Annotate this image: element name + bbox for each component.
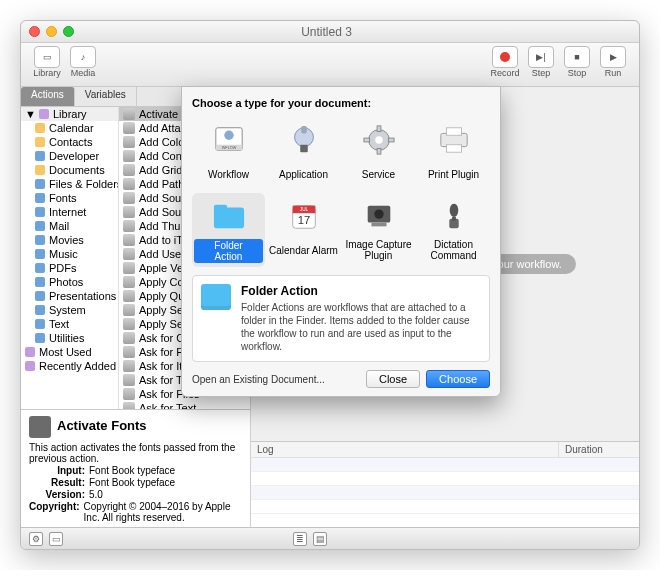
image-capture-plugin-icon [357, 197, 401, 235]
service-icon [357, 121, 401, 159]
automator-window: Untitled 3 ▭ Library ♪ Media Record ▶| S… [20, 20, 640, 550]
doc-type-dictation-command[interactable]: Dictation Command [417, 193, 490, 267]
library-item[interactable]: Fonts [21, 191, 118, 205]
log-header: Log Duration [251, 442, 639, 458]
choose-button[interactable]: Choose [426, 370, 490, 388]
doc-type-print-plugin[interactable]: Print Plugin [417, 117, 490, 189]
bottom-bar: ⚙ ▭ ≣ ▤ [21, 527, 639, 549]
doc-type-workflow[interactable]: WFLOWWorkflow [192, 117, 265, 189]
svg-rect-15 [446, 145, 461, 153]
svg-rect-24 [371, 223, 386, 227]
workflow-icon: WFLOW [207, 121, 251, 159]
document-type-sheet: Choose a type for your document: WFLOWWo… [181, 86, 501, 397]
print-plugin-icon [432, 121, 476, 159]
library-item[interactable]: Contacts [21, 135, 118, 149]
svg-rect-10 [377, 148, 381, 154]
close-button[interactable]: Close [366, 370, 420, 388]
sheet-button-bar: Open an Existing Document... Close Choos… [192, 370, 490, 388]
desc-title: Folder Action [241, 284, 481, 298]
library-item[interactable]: Utilities [21, 331, 118, 345]
log-panel: Log Duration [251, 441, 639, 527]
library-toolbar-button[interactable]: ▭ Library [29, 46, 65, 78]
library-item[interactable]: Developer [21, 149, 118, 163]
log-view-icon[interactable]: ▤ [313, 532, 327, 546]
library-ul: ▼LibraryCalendarContactsDeveloperDocumen… [21, 107, 118, 373]
library-item[interactable]: Text [21, 317, 118, 331]
doc-type-folder-action[interactable]: Folder Action [192, 193, 265, 267]
library-icon: ▭ [34, 46, 60, 68]
library-list[interactable]: ▼LibraryCalendarContactsDeveloperDocumen… [21, 107, 119, 409]
run-toolbar-button[interactable]: ▶ Run [595, 46, 631, 78]
library-item[interactable]: Documents [21, 163, 118, 177]
folder-action-icon [207, 197, 251, 235]
svg-rect-9 [377, 126, 381, 132]
desc-body: Folder Actions are workflows that are at… [241, 301, 481, 353]
svg-point-8 [375, 136, 383, 144]
record-toolbar-button[interactable]: Record [487, 46, 523, 78]
step-icon: ▶| [528, 46, 554, 68]
detail-summary: This action activates the fonts passed f… [29, 442, 242, 464]
tab-actions[interactable]: Actions [21, 87, 75, 106]
svg-rect-14 [446, 128, 461, 136]
toolbar: ▭ Library ♪ Media Record ▶| Step ■ Stop … [21, 43, 639, 87]
library-item[interactable]: Photos [21, 275, 118, 289]
library-item[interactable]: Files & Folders [21, 177, 118, 191]
settings-gear-icon[interactable]: ⚙ [29, 532, 43, 546]
svg-text:17: 17 [297, 214, 310, 226]
workflow-view-icon[interactable]: ≣ [293, 532, 307, 546]
font-book-icon [29, 416, 51, 438]
library-item[interactable]: Music [21, 247, 118, 261]
log-col-log[interactable]: Log [251, 442, 559, 457]
folder-action-icon [201, 284, 231, 310]
type-grid: WFLOWWorkflowApplicationServicePrint Plu… [192, 117, 490, 267]
dictation-command-icon [432, 197, 476, 235]
window-title: Untitled 3 [74, 25, 579, 39]
svg-rect-11 [363, 138, 369, 142]
svg-rect-17 [213, 205, 226, 211]
run-icon: ▶ [600, 46, 626, 68]
calendar-alarm-icon: JUL17 [282, 197, 326, 235]
media-icon: ♪ [70, 46, 96, 68]
library-item[interactable]: PDFs [21, 261, 118, 275]
window-controls [29, 26, 74, 37]
library-item[interactable]: Internet [21, 205, 118, 219]
doc-type-image-capture-plugin[interactable]: Image Capture Plugin [342, 193, 415, 267]
library-item[interactable]: Calendar [21, 121, 118, 135]
action-item[interactable]: Ask for Text [119, 401, 250, 409]
library-item[interactable]: Movies [21, 233, 118, 247]
type-description: Folder Action Folder Actions are workflo… [192, 275, 490, 362]
detail-title: Activate Fonts [57, 418, 147, 433]
svg-point-23 [374, 209, 383, 218]
action-detail-panel: Activate Fonts This action activates the… [21, 409, 250, 527]
svg-point-3 [224, 131, 233, 140]
media-toolbar-button[interactable]: ♪ Media [65, 46, 101, 78]
svg-text:WFLOW: WFLOW [221, 146, 236, 150]
svg-text:JUL: JUL [299, 207, 308, 212]
doc-type-application[interactable]: Application [267, 117, 340, 189]
svg-rect-5 [301, 126, 307, 134]
svg-rect-16 [213, 208, 243, 229]
library-header[interactable]: ▼Library [21, 107, 118, 121]
doc-type-service[interactable]: Service [342, 117, 415, 189]
library-item[interactable]: Presentations [21, 289, 118, 303]
library-item[interactable]: System [21, 303, 118, 317]
library-recently_added[interactable]: Recently Added [21, 359, 118, 373]
record-icon [492, 46, 518, 68]
close-window-button[interactable] [29, 26, 40, 37]
application-icon [282, 121, 326, 159]
open-existing-link[interactable]: Open an Existing Document... [192, 374, 360, 385]
log-col-duration[interactable]: Duration [559, 442, 639, 457]
step-toolbar-button[interactable]: ▶| Step [523, 46, 559, 78]
zoom-window-button[interactable] [63, 26, 74, 37]
sheet-heading: Choose a type for your document: [192, 97, 490, 109]
minimize-window-button[interactable] [46, 26, 57, 37]
tab-variables[interactable]: Variables [75, 87, 137, 106]
library-item[interactable]: Mail [21, 219, 118, 233]
stop-toolbar-button[interactable]: ■ Stop [559, 46, 595, 78]
log-rows [251, 458, 639, 514]
doc-type-calendar-alarm[interactable]: JUL17Calendar Alarm [267, 193, 340, 267]
svg-rect-26 [452, 217, 456, 221]
quicklook-icon[interactable]: ▭ [49, 532, 63, 546]
library-most_used[interactable]: Most Used [21, 345, 118, 359]
stop-icon: ■ [564, 46, 590, 68]
